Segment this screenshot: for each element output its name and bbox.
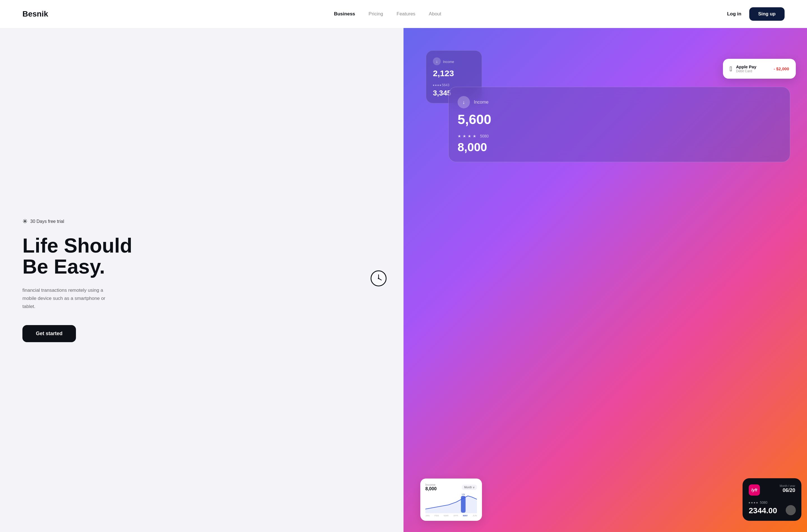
income2-value: 5,600	[458, 112, 781, 127]
navbar: Besnik Business Pricing Features About L…	[0, 0, 807, 28]
chart-header: Income 8,000 Month ∨	[425, 483, 477, 491]
income1-dots: 5643	[433, 83, 475, 87]
chart-labels: JAN FEB MAR APR MAY JUN	[425, 514, 477, 517]
apple-pay-amount: - $2,000	[774, 66, 789, 71]
hero-left: ✳ 30 Days free trial Life Should Be Easy…	[0, 28, 403, 532]
trial-badge: ✳ 30 Days free trial	[22, 218, 375, 225]
svg-point-3	[378, 278, 380, 279]
cards-container: ↓ Income 2,123 5643 3,345  Apple Pay De…	[403, 28, 807, 532]
get-started-button[interactable]: Get started	[22, 325, 76, 342]
chart-card: Income 8,000 Month ∨ 12k	[420, 478, 482, 521]
hero-right: ↓ Income 2,123 5643 3,345  Apple Pay De…	[403, 28, 807, 532]
nav-pricing[interactable]: Pricing	[368, 11, 383, 17]
lyft-avatar	[786, 505, 796, 515]
nav-business[interactable]: Business	[334, 11, 355, 17]
brand-logo[interactable]: Besnik	[22, 10, 48, 18]
nav-links: Business Pricing Features About	[334, 11, 441, 17]
hero-title: Life Should Be Easy.	[22, 235, 375, 278]
lyft-logo-icon: lyft	[749, 484, 760, 496]
income2-header: ↓ Income	[458, 96, 781, 108]
login-button[interactable]: Log in	[727, 11, 741, 17]
nav-features[interactable]: Features	[397, 11, 415, 17]
lyft-card: lyft Month / year 06/20 5080 2344.00	[742, 478, 801, 521]
clock-icon	[370, 270, 387, 286]
nav-actions: Log in Sing up	[727, 7, 785, 21]
asterisk-icon: ✳	[22, 218, 27, 225]
income2-sub-value: 8,000	[458, 140, 781, 154]
income2-stars: ★ ★ ★ ★ 5080	[458, 134, 781, 138]
apple-pay-card:  Apple Pay Debit Card - $2,000	[723, 59, 796, 79]
income1-value: 2,123	[433, 69, 475, 78]
lyft-header: lyft Month / year 06/20	[749, 484, 795, 496]
hero-description: financial transactions remotely using a …	[22, 286, 112, 311]
nav-about[interactable]: About	[429, 11, 441, 17]
svg-text:12k: 12k	[461, 494, 465, 496]
hero-section: ✳ 30 Days free trial Life Should Be Easy…	[0, 28, 807, 532]
apple-logo-icon: 	[730, 65, 732, 73]
income2-arrow-icon: ↓	[458, 96, 470, 108]
lyft-date: Month / year 06/20	[780, 484, 795, 493]
signup-button[interactable]: Sing up	[749, 7, 785, 21]
svg-marker-4	[425, 496, 477, 513]
chart-month-selector[interactable]: Month ∨	[462, 485, 477, 490]
income-arrow-icon: ↓	[433, 57, 441, 65]
svg-rect-5	[461, 496, 466, 513]
chart-area: 12k	[425, 494, 477, 513]
lyft-dots: 5080	[749, 501, 795, 505]
apple-pay-info: Apple Pay Debit Card	[736, 64, 770, 73]
income-card-2: ↓ Income 5,600 ★ ★ ★ ★ 5080 8,000	[448, 87, 790, 162]
